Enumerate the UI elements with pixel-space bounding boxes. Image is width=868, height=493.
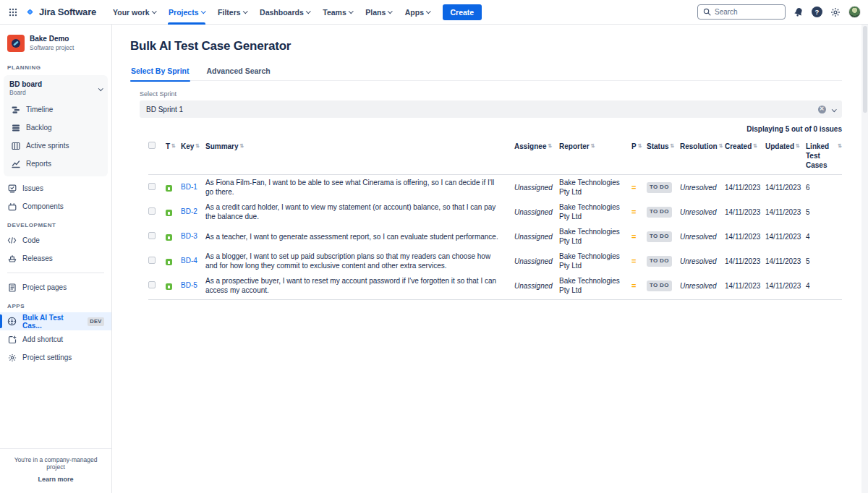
issue-row: BD-2As a credit card holder, I want to v… — [148, 200, 842, 224]
story-type-icon — [166, 234, 172, 241]
issue-summary: As a credit card holder, I want to view … — [205, 202, 514, 221]
help-icon[interactable]: ? — [812, 7, 822, 17]
priority-cell: = — [631, 207, 647, 217]
select-all-checkbox[interactable] — [148, 142, 156, 149]
nav-item-your-work[interactable]: Your work — [106, 0, 162, 25]
issue-key-link[interactable]: BD-1 — [181, 182, 201, 192]
clear-selection-icon[interactable]: ✕ — [818, 106, 826, 113]
issue-key-link[interactable]: BD-3 — [181, 231, 201, 241]
bulk-ai-app-icon — [7, 317, 17, 326]
learn-more-link[interactable]: Learn more — [38, 476, 73, 483]
nav-item-plans[interactable]: Plans — [359, 0, 399, 25]
column-header-priority[interactable]: P⇅ — [631, 142, 647, 151]
column-header-summary[interactable]: Summary⇅ — [205, 142, 514, 151]
chevron-down-icon — [98, 86, 103, 90]
tab-advanced-search[interactable]: Advanced Search — [206, 67, 271, 80]
row-select-checkbox[interactable] — [148, 257, 156, 264]
status-badge: TO DO — [647, 207, 672, 217]
scrollbar-thumb[interactable] — [863, 26, 867, 113]
search-input[interactable] — [715, 8, 780, 16]
row-checkbox-cell — [148, 281, 166, 291]
table-header-row: T⇅ Key⇅ Summary⇅ Assignee⇅ Reporter⇅ P⇅ … — [148, 139, 842, 175]
status-cell: TO DO — [647, 255, 680, 266]
nav-item-projects[interactable]: Projects — [162, 0, 211, 25]
main-content: Bulk AI Test Case Generator Select By Sp… — [112, 25, 868, 493]
status-cell: TO DO — [647, 181, 680, 192]
vertical-scrollbar[interactable] — [861, 25, 868, 493]
sprint-select[interactable]: BD Sprint 1 ✕ — [140, 100, 842, 118]
sidebar-item-reports[interactable]: Reports — [4, 155, 108, 173]
resolution-value: Unresolved — [680, 257, 725, 266]
status-badge: TO DO — [647, 256, 672, 266]
create-button[interactable]: Create — [443, 4, 482, 20]
nav-item-teams[interactable]: Teams — [316, 0, 359, 25]
development-section-label: DEVELOPMENT — [0, 215, 111, 231]
resolution-value: Unresolved — [680, 207, 725, 217]
nav-item-apps[interactable]: Apps — [399, 0, 437, 25]
column-header-updated[interactable]: Updated⇅ — [765, 142, 806, 151]
sidebar-item-project-settings[interactable]: Project settings — [0, 348, 111, 366]
row-select-checkbox[interactable] — [148, 207, 156, 215]
sort-icon: ⇅ — [548, 142, 552, 149]
assignee-value: Unassigned — [514, 281, 559, 291]
issue-summary: As a prospective buyer, I want to reset … — [205, 276, 514, 295]
sidebar-item-backlog[interactable]: Backlog — [4, 119, 108, 137]
timeline-icon — [11, 106, 20, 114]
app-switcher-icon[interactable] — [9, 8, 17, 17]
settings-gear-icon[interactable] — [830, 7, 841, 17]
active-sprints-icon — [11, 142, 20, 150]
chevron-down-icon[interactable] — [832, 107, 836, 111]
sidebar-item-timeline[interactable]: Timeline — [4, 100, 108, 119]
issue-summary: As Fiona Film-Fan, I want to be able to … — [205, 178, 514, 197]
created-date: 14/11/2023 — [725, 207, 765, 217]
status-badge: TO DO — [647, 231, 672, 241]
column-header-assignee[interactable]: Assignee⇅ — [514, 142, 559, 151]
notifications-bell-icon[interactable] — [793, 7, 804, 17]
chevron-down-icon — [201, 9, 205, 13]
row-select-checkbox[interactable] — [148, 183, 156, 190]
sidebar-item-bulk-ai-test-cases[interactable]: Bulk AI Test Cas... DEV — [0, 312, 111, 330]
column-header-reporter[interactable]: Reporter⇅ — [559, 142, 631, 151]
add-shortcut-icon — [7, 335, 17, 344]
issue-key-link[interactable]: BD-5 — [181, 280, 201, 291]
issue-table: T⇅ Key⇅ Summary⇅ Assignee⇅ Reporter⇅ P⇅ … — [148, 139, 842, 300]
global-search[interactable] — [697, 4, 786, 20]
sidebar-item-code[interactable]: Code — [0, 231, 111, 249]
row-select-checkbox[interactable] — [148, 232, 156, 239]
topnav-right: ? — [697, 4, 861, 20]
reporter-value: Bake Technologies Pty Ltd — [559, 227, 631, 246]
issue-key-link[interactable]: BD-4 — [181, 256, 201, 266]
sidebar-item-project-pages[interactable]: Project pages — [0, 278, 111, 296]
reporter-value: Bake Technologies Pty Ltd — [559, 252, 631, 270]
issue-row: BD-5As a prospective buyer, I want to re… — [148, 273, 842, 300]
column-header-resolution[interactable]: Resolution⇅ — [680, 142, 725, 151]
column-header-created[interactable]: Created⇅ — [725, 142, 765, 151]
column-header-status[interactable]: Status⇅ — [647, 142, 680, 151]
nav-item-dashboards[interactable]: Dashboards — [253, 0, 316, 25]
tab-bar: Select By Sprint Advanced Search — [130, 67, 842, 81]
project-header[interactable]: Bake Demo Software project — [0, 32, 111, 58]
issue-key-link[interactable]: BD-2 — [181, 207, 201, 217]
tab-select-by-sprint[interactable]: Select By Sprint — [130, 67, 190, 80]
sidebar-item-releases[interactable]: Releases — [0, 249, 111, 267]
chevron-down-icon — [152, 9, 156, 13]
column-header-key[interactable]: Key⇅ — [181, 142, 205, 151]
priority-cell: = — [631, 280, 647, 291]
column-header-linked-test-cases[interactable]: Linked Test Cases⇅ — [806, 142, 842, 170]
table-body: BD-1As Fiona Film-Fan, I want to be able… — [148, 175, 842, 300]
row-select-checkbox[interactable] — [148, 281, 156, 288]
sort-icon: ⇅ — [753, 142, 757, 149]
sidebar-item-issues[interactable]: Issues — [0, 179, 111, 197]
nav-item-filters[interactable]: Filters — [211, 0, 253, 25]
column-header-type[interactable]: T⇅ — [166, 142, 181, 151]
sidebar-item-add-shortcut[interactable]: Add shortcut — [0, 330, 111, 348]
chevron-down-icon — [388, 9, 392, 13]
board-switcher[interactable]: BD board Board — [4, 75, 108, 100]
user-avatar[interactable] — [848, 6, 861, 18]
sort-icon: ⇅ — [838, 142, 842, 149]
sidebar-item-components[interactable]: Components — [0, 197, 111, 215]
sidebar-item-active-sprints[interactable]: Active sprints — [4, 137, 108, 155]
components-icon — [7, 202, 17, 211]
jira-logo[interactable]: Jira Software — [25, 7, 96, 17]
status-cell: TO DO — [647, 280, 680, 291]
